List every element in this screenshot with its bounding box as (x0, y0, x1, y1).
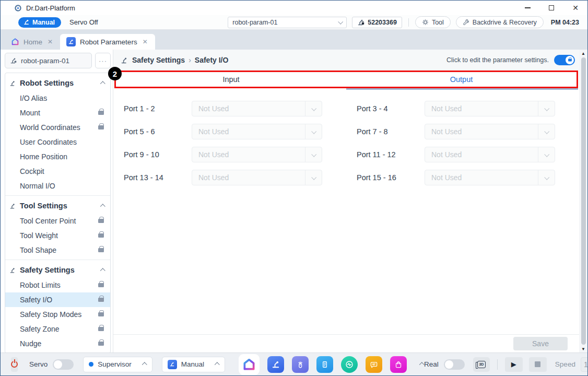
lock-icon (98, 233, 104, 238)
scrollbar-track[interactable] (579, 57, 587, 345)
lock-icon (98, 342, 104, 346)
robot-param-dropdown[interactable]: robot-param-01 (228, 17, 347, 28)
dock-remote-control-button[interactable] (292, 356, 309, 373)
breadcrumb-section[interactable]: Safety Settings (132, 56, 185, 64)
dock-message-log-button[interactable] (366, 356, 382, 373)
minimize-button[interactable] (515, 1, 539, 15)
chevron-down-icon (544, 128, 549, 134)
tab-robot-parameters-close-icon[interactable]: ✕ (142, 38, 149, 45)
tree-item-label: Tool Weight (20, 231, 58, 240)
tree-item-label: Safety I/O (20, 296, 52, 304)
active-tab-underline (346, 88, 578, 90)
sidebar-param-select[interactable]: robot-param-01 (5, 53, 92, 68)
sidebar-top: robot-param-01 ··· (5, 53, 111, 68)
tree-item-label: I/O Alias (20, 94, 47, 102)
viewer-3d-button[interactable]: 3D (473, 357, 490, 372)
tool-button[interactable]: Tool (415, 16, 451, 28)
breadcrumb: Safety Settings › Safety I/O (121, 56, 228, 64)
sidebar-item-home-position[interactable]: Home Position (5, 149, 110, 164)
dropdown-port-11-12[interactable]: Not Used (425, 147, 555, 162)
sidebar-item-safety-i-o[interactable]: Safety I/O (5, 292, 110, 307)
dropdown-port-9-10[interactable]: Not Used (192, 147, 322, 162)
gear-icon (422, 19, 429, 26)
tree-item-label: World Coordinates (20, 123, 80, 132)
save-button[interactable]: Save (513, 337, 568, 350)
sidebar-item-tool-weight[interactable]: Tool Weight (5, 228, 110, 243)
play-icon: ▶ (511, 360, 516, 368)
port-row: Port 13 - 14 Not Used Port 15 - 16 Not U… (113, 170, 579, 185)
chevron-up-icon (100, 204, 105, 209)
dropdown-port-5-6[interactable]: Not Used (192, 124, 322, 139)
role-dropdown[interactable]: Supervisor (83, 357, 152, 372)
servo-toggle[interactable] (53, 359, 74, 370)
power-button[interactable] (11, 357, 18, 372)
sidebar-item-nudge[interactable]: Nudge (5, 336, 110, 351)
tree-item-label: Nudge (20, 339, 41, 348)
role-status-dot (89, 362, 93, 367)
robot-mode-icon (23, 19, 30, 26)
robot-serial-box[interactable]: 52203369 (352, 17, 402, 28)
section-header-tool-settings[interactable]: Tool Settings (5, 198, 110, 214)
speed-value-box[interactable]: 100 % (581, 357, 588, 372)
scroll-up-button[interactable]: ▲ (581, 50, 585, 57)
dock-home-button[interactable] (239, 354, 260, 375)
tab-robot-parameters[interactable]: Robot Parameters ✕ (60, 34, 155, 50)
tab-home-close-icon[interactable]: ✕ (46, 38, 54, 45)
sidebar-item-tool-center-point[interactable]: Tool Center Point (5, 214, 110, 228)
lock-icon (98, 219, 104, 223)
port-output-label: Port 7 - 8 (346, 127, 425, 136)
sidebar-item-user-coordinates[interactable]: User Coordinates (5, 135, 110, 149)
sidebar-item-world-coordinates[interactable]: World Coordinates (5, 120, 110, 135)
chevron-up-icon (215, 362, 220, 367)
sidebar-item-safety-stop-modes[interactable]: Safety Stop Modes (5, 307, 110, 322)
dropdown-port-13-14[interactable]: Not Used (192, 170, 322, 185)
backdrive-recovery-button[interactable]: Backdrive & Recovery (456, 16, 544, 28)
stop-button[interactable] (529, 357, 547, 372)
sidebar-item-safety-zone[interactable]: Safety Zone (5, 322, 110, 336)
dock-robot-parameters-button[interactable] (267, 356, 284, 373)
sidebar-item-cockpit[interactable]: Cockpit (5, 164, 110, 179)
robot-parameters-icon (271, 360, 280, 369)
io-tab-output[interactable]: Output (346, 72, 577, 87)
dropdown-caret (305, 124, 322, 139)
maximize-button[interactable] (539, 1, 563, 15)
dropdown-port-7-8[interactable]: Not Used (425, 124, 555, 139)
dock-store-button[interactable] (390, 356, 407, 373)
dock-collapse-button[interactable] (420, 362, 424, 366)
content-pane: Safety Settings › Safety I/O Click to ed… (113, 50, 587, 352)
sidebar-item-tool-shape[interactable]: Tool Shape (5, 243, 110, 257)
more-options-button[interactable]: ··· (95, 53, 111, 68)
dropdown-port-15-16[interactable]: Not Used (425, 170, 555, 185)
sidebar-item-normal-i-o[interactable]: Normal I/O (5, 179, 110, 193)
close-button[interactable]: ✕ (563, 1, 587, 15)
chevron-up-icon (100, 81, 105, 86)
io-tab-input[interactable]: Input (116, 72, 346, 87)
section-header-robot-settings[interactable]: Robot Settings (5, 75, 110, 91)
real-toggle[interactable] (444, 359, 465, 370)
edit-lock-toggle[interactable] (554, 55, 575, 65)
tree-item-label: Normal I/O (20, 182, 55, 190)
play-button[interactable]: ▶ (505, 357, 523, 372)
port-row: Port 9 - 10 Not Used Port 11 - 12 Not Us… (113, 147, 579, 162)
dropdown-port-1-2[interactable]: Not Used (192, 101, 322, 116)
mode-dropdown[interactable]: Manual (162, 357, 225, 372)
dropdown-port-3-4[interactable]: Not Used (425, 101, 555, 116)
chevron-down-icon (338, 19, 344, 25)
save-footer: Save (113, 334, 579, 352)
scrollbar-thumb[interactable] (581, 57, 586, 345)
statusbar: Servo Supervisor Manual (1, 352, 587, 375)
store-icon (394, 360, 403, 369)
tree-item-label: Safety Stop Modes (20, 310, 81, 319)
section-header-safety-settings[interactable]: Safety Settings (5, 262, 110, 278)
sidebar-item-mount[interactable]: Mount (5, 105, 110, 120)
manual-mode-button[interactable]: Manual (18, 17, 61, 28)
dock-task-document-button[interactable] (316, 356, 333, 373)
dock-monitoring-button[interactable] (341, 356, 358, 373)
tree-item-label: Safety Zone (20, 325, 60, 333)
sidebar-item-robot-limits[interactable]: Robot Limits (5, 278, 110, 292)
sidebar-item-i-o-alias[interactable]: I/O Alias (5, 91, 110, 105)
scroll-down-button[interactable]: ▼ (581, 345, 585, 352)
statusbar-right: Real 3D ▶ Speed 100 % (424, 357, 588, 372)
tab-home[interactable]: Home ✕ (5, 34, 60, 50)
tree-item-label: Mount (20, 109, 40, 117)
